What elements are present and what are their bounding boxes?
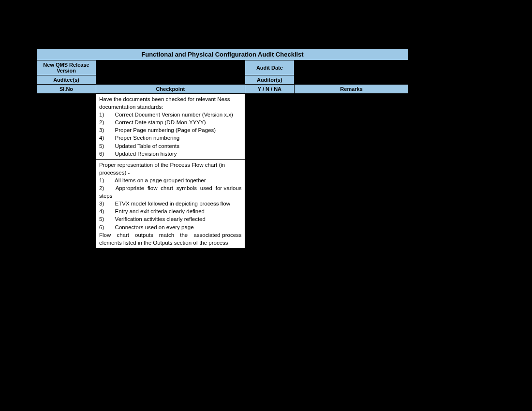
checkpoint-text: 1) All items on a page grouped together [99, 176, 242, 184]
checklist-title: Functional and Physical Configuration Au… [37, 49, 409, 60]
audit-date-label: Audit Date [245, 60, 295, 75]
col-slno: Sl.No [37, 85, 96, 94]
checkpoint-text: 5) Verification activities clearly refle… [99, 215, 242, 223]
release-version-label: New QMS Release Version [37, 60, 96, 75]
cell-slno [37, 94, 96, 160]
title-row: Functional and Physical Configuration Au… [37, 49, 409, 60]
cell-remarks[interactable] [295, 94, 409, 160]
cell-ynna[interactable] [245, 94, 295, 160]
checkpoint-text: 3) ETVX model followed in depicting proc… [99, 200, 242, 207]
checkpoint-text: Proper representation of the Process Flo… [99, 161, 242, 176]
cell-checkpoint: Have the documents been checked for rele… [96, 94, 245, 160]
auditor-label: Auditor(s) [245, 75, 295, 85]
checkpoint-text: 4) Entry and exit criteria clearly defin… [99, 207, 242, 215]
meta-row-2: Auditee(s) Auditor(s) [37, 75, 409, 85]
checkpoint-text: 3) Proper Page numbering (Page of Pages) [99, 126, 242, 134]
checkpoint-text: 1) Correct Document Version number (Vers… [99, 111, 242, 118]
checkpoint-text: 2) Appropriate flow chart symbols used f… [99, 184, 242, 200]
auditee-value[interactable] [96, 75, 245, 85]
col-remarks: Remarks [295, 85, 409, 94]
checkpoint-text: 6) Updated Revision history [99, 150, 242, 158]
audit-date-value[interactable] [295, 60, 409, 75]
checkpoint-text: 2) Correct Date stamp (DD-Mon-YYYY) [99, 118, 242, 126]
checkpoint-text: 4) Proper Section numbering [99, 134, 242, 142]
checklist-row: Proper representation of the Process Flo… [37, 159, 409, 248]
cell-ynna[interactable] [245, 159, 295, 248]
checkpoint-text: Flow chart outputs match the associated … [99, 231, 242, 247]
col-checkpoint: Checkpoint [96, 85, 245, 94]
checklist-table: Functional and Physical Configuration Au… [36, 48, 409, 249]
checkpoint-text: 5) Updated Table of contents [99, 142, 242, 150]
checklist-row: Have the documents been checked for rele… [37, 94, 409, 160]
checkpoint-text: Have the documents been checked for rele… [99, 95, 242, 111]
auditee-label: Auditee(s) [37, 75, 96, 85]
auditor-value[interactable] [295, 75, 409, 85]
checkpoint-text: 6) Connectors used on every page [99, 223, 242, 231]
cell-slno [37, 159, 96, 248]
meta-row-1: New QMS Release Version Audit Date [37, 60, 409, 75]
cell-remarks[interactable] [295, 159, 409, 248]
col-ynna: Y / N / NA [245, 85, 295, 94]
cell-checkpoint: Proper representation of the Process Flo… [96, 159, 245, 248]
release-version-value[interactable] [96, 60, 245, 75]
column-headers: Sl.No Checkpoint Y / N / NA Remarks [37, 85, 409, 94]
